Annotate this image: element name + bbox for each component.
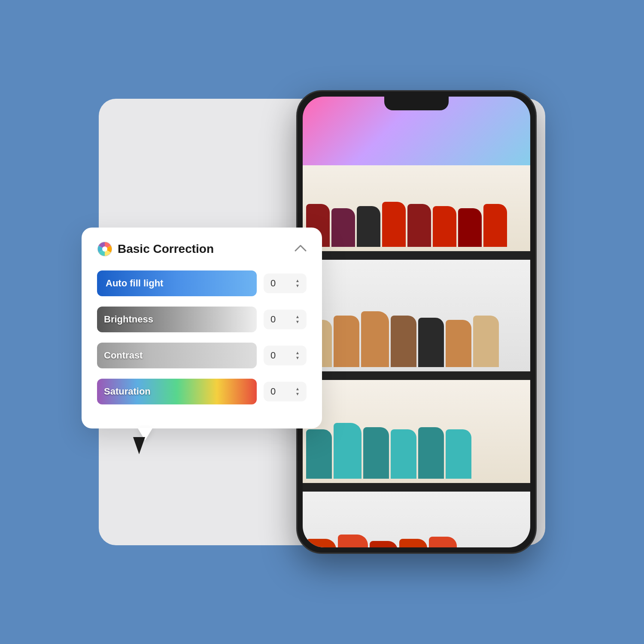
shoe-shelf-2 — [303, 260, 530, 371]
shoe-item — [446, 320, 471, 367]
shoe-item — [361, 311, 389, 367]
shoe-item — [382, 202, 406, 247]
contrast-row: Contrast 0 ▲ ▼ — [97, 343, 307, 368]
auto-fill-light-input-group[interactable]: 0 ▲ ▼ — [264, 273, 307, 293]
shoe-shelf-4 — [303, 492, 530, 547]
shoe-item — [458, 208, 482, 247]
saturation-stepper[interactable]: ▲ ▼ — [295, 387, 300, 396]
shoe-item — [370, 541, 398, 547]
panel-header: Basic Correction — [97, 241, 307, 257]
shoe-item — [473, 316, 499, 367]
contrast-slider[interactable]: Contrast — [97, 343, 257, 368]
shoe-item — [334, 423, 361, 479]
saturation-track: Saturation — [97, 379, 257, 404]
shoe-item — [306, 429, 332, 479]
saturation-slider[interactable]: Saturation — [97, 379, 257, 404]
contrast-track: Contrast — [97, 343, 257, 368]
correction-panel: Basic Correction Auto fill light 0 ▲ ▼ — [82, 228, 322, 428]
brightness-input-group[interactable]: 0 ▲ ▼ — [264, 310, 307, 329]
auto-fill-light-slider[interactable]: Auto fill light — [97, 270, 257, 296]
auto-fill-light-row: Auto fill light 0 ▲ ▼ — [97, 270, 307, 296]
shoe-item — [338, 535, 368, 547]
shelf-divider — [303, 483, 530, 492]
brightness-track: Brightness — [97, 307, 257, 332]
decrement-arrow[interactable]: ▼ — [295, 356, 300, 360]
shoe-item — [334, 316, 359, 367]
shoe-shelf-3 — [303, 380, 530, 483]
shoe-item — [429, 537, 457, 547]
color-wheel-icon — [97, 241, 112, 257]
shoe-shelf-1 — [303, 157, 530, 251]
decrement-arrow[interactable]: ▼ — [295, 392, 300, 396]
brightness-value: 0 — [270, 314, 276, 325]
shoe-item — [363, 427, 389, 479]
panel-title: Basic Correction — [118, 242, 214, 256]
brightness-label: Brightness — [104, 314, 153, 325]
brightness-slider[interactable]: Brightness — [97, 307, 257, 332]
decrement-arrow[interactable]: ▼ — [295, 320, 300, 324]
shoe-item — [418, 318, 444, 367]
auto-fill-light-stepper[interactable]: ▲ ▼ — [295, 279, 300, 288]
increment-arrow[interactable]: ▲ — [295, 351, 300, 355]
shoe-item — [391, 316, 416, 367]
contrast-label: Contrast — [104, 350, 143, 361]
shoe-item — [399, 539, 427, 547]
shoe-item — [306, 539, 336, 547]
increment-arrow[interactable]: ▲ — [295, 315, 300, 319]
shoe-item — [407, 204, 431, 247]
brightness-row: Brightness 0 ▲ ▼ — [97, 307, 307, 332]
shelf-divider — [303, 371, 530, 380]
increment-arrow[interactable]: ▲ — [295, 387, 300, 391]
auto-fill-light-value: 0 — [270, 278, 276, 289]
shoe-item — [331, 208, 355, 247]
shoe-item — [357, 206, 380, 247]
contrast-value: 0 — [270, 350, 276, 361]
shoe-item — [483, 204, 507, 247]
contrast-input-group[interactable]: 0 ▲ ▼ — [264, 346, 307, 365]
shoe-item — [446, 429, 471, 479]
saturation-input-group[interactable]: 0 ▲ ▼ — [264, 382, 307, 401]
phone-screen — [303, 97, 530, 547]
shoe-item — [433, 206, 456, 247]
increment-arrow[interactable]: ▲ — [295, 279, 300, 283]
phone-notch — [384, 97, 449, 110]
decrement-arrow[interactable]: ▼ — [295, 284, 300, 288]
saturation-value: 0 — [270, 386, 276, 397]
brightness-stepper[interactable]: ▲ ▼ — [295, 315, 300, 324]
svg-point-1 — [102, 246, 107, 252]
contrast-stepper[interactable]: ▲ ▼ — [295, 351, 300, 360]
collapse-button[interactable] — [295, 244, 307, 255]
auto-fill-light-label: Auto fill light — [106, 278, 163, 289]
saturation-row: Saturation 0 ▲ ▼ — [97, 379, 307, 404]
shoe-item — [391, 429, 416, 479]
panel-title-group: Basic Correction — [97, 241, 214, 257]
saturation-label: Saturation — [104, 386, 151, 397]
scene-container: Basic Correction Auto fill light 0 ▲ ▼ — [64, 64, 580, 580]
phone-mockup — [296, 90, 537, 554]
auto-fill-light-track: Auto fill light — [97, 270, 257, 296]
shelf-divider — [303, 251, 530, 260]
shoe-item — [418, 427, 444, 479]
